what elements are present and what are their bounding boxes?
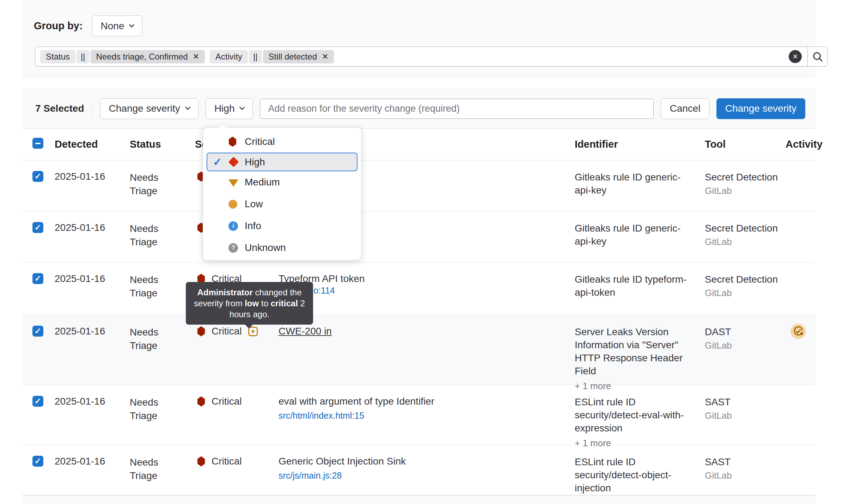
token-name[interactable]: Activity [210, 50, 248, 63]
vulnerability-title[interactable]: eval with argument of type Identifier [279, 396, 575, 407]
severity-cell: Critical [195, 445, 279, 467]
severity-option-low[interactable]: Low [203, 193, 361, 215]
status-label: Needs Triage [130, 160, 176, 198]
description-cell: CWE-200 in [279, 315, 575, 337]
cancel-label: Cancel [670, 103, 700, 114]
severity-label: Critical [212, 456, 242, 467]
tool-vendor: GitLab [705, 339, 786, 351]
option-label: Low [245, 198, 263, 210]
severity-option-high[interactable]: ✓ High [207, 153, 358, 171]
tool-label: SAST [705, 456, 786, 469]
identifier-label: Server Leaks Version Information via "Se… [575, 326, 683, 376]
filter-token-status: Status || Needs triage, Confirmed ✕ [40, 50, 205, 63]
tooltip-old-severity: low [245, 299, 259, 308]
severity-critical-icon [228, 137, 237, 147]
token-operator[interactable]: || [249, 50, 262, 63]
check-icon: ✓ [35, 223, 41, 232]
group-by-dropdown[interactable]: None [92, 16, 143, 36]
row-checkbox[interactable]: ✓ [32, 273, 43, 284]
severity-option-unknown[interactable]: ? Unknown [203, 237, 361, 259]
vulnerability-link[interactable]: CWE-200 in [279, 326, 332, 337]
cancel-button[interactable]: Cancel [661, 98, 709, 119]
group-by-value: None [101, 20, 124, 32]
col-detected[interactable]: Detected [55, 129, 130, 150]
col-identifier[interactable]: Identifier [575, 129, 705, 150]
status-label: Needs Triage [130, 385, 176, 423]
severity-critical-icon [197, 456, 205, 467]
divider [92, 102, 92, 115]
table-row[interactable]: ✓ 2025-01-16 Needs Triage Critical Typef… [23, 263, 816, 315]
token-value[interactable]: Needs triage, Confirmed ✕ [91, 50, 205, 63]
row-checkbox[interactable]: ✓ [32, 171, 43, 182]
check-icon: ✓ [35, 275, 41, 283]
table-row[interactable]: ✓ 2025-01-16 Needs Triage Critical eval … [23, 385, 816, 445]
severity-dropdown-menu: Critical ✓ High Medium Low i Info ? Unkn… [203, 127, 361, 260]
close-icon[interactable]: ✕ [322, 53, 328, 61]
row-checkbox[interactable]: ✓ [32, 222, 43, 233]
tool-vendor: GitLab [705, 185, 786, 197]
severity-option-info[interactable]: i Info [203, 215, 361, 237]
search-button[interactable] [807, 47, 828, 66]
detected-date: 2025-01-16 [55, 160, 130, 182]
col-activity[interactable]: Activity [786, 129, 816, 150]
option-label: Critical [245, 136, 275, 147]
vulnerability-title[interactable]: Typeform API token [279, 273, 575, 284]
tool-label: Secret Detection [705, 222, 786, 235]
severity-change-tooltip: Administrator changed the severity from … [186, 282, 313, 325]
check-icon: ✓ [35, 457, 41, 465]
detected-check-icon [793, 326, 804, 337]
detected-date: 2025-01-16 [55, 315, 130, 337]
severity-value-label: High [214, 103, 235, 114]
table-row[interactable]: ✓ 2025-01-16 Needs Triage Critical Gener… [23, 445, 816, 495]
row-checkbox[interactable]: ✓ [32, 456, 43, 467]
severity-label: Critical [212, 396, 242, 407]
vulnerability-title[interactable]: Generic Object Injection Sink [279, 456, 575, 467]
vulnerability-table: ✓ 2025-01-16 Needs Triage Critical Gitle… [23, 160, 816, 495]
select-all-checkbox[interactable] [32, 138, 43, 149]
filter-tokens: Status || Needs triage, Confirmed ✕ Acti… [40, 50, 789, 63]
status-label: Needs Triage [130, 315, 176, 352]
check-icon: ✓ [35, 397, 41, 405]
table-row[interactable]: ✓ 2025-01-16 Needs Triage Critical Gitle… [23, 211, 816, 263]
description-cell: Generic Object Injection Sink src/js/mai… [279, 445, 575, 481]
check-icon: ✓ [35, 327, 41, 335]
col-tool[interactable]: Tool [705, 129, 786, 150]
severity-option-medium[interactable]: Medium [203, 171, 361, 193]
identifier-label: Gitleaks rule ID typeform-api-token [575, 274, 686, 298]
identifier-cell: Gitleaks rule ID generic-api-key [575, 211, 705, 248]
close-icon[interactable]: ✕ [193, 53, 199, 61]
change-severity-submit-button[interactable]: Change severity [716, 98, 805, 119]
row-checkbox[interactable]: ✓ [32, 326, 43, 337]
description-cell: eval with argument of type Identifier sr… [279, 385, 575, 421]
location-link[interactable]: o:114 [313, 285, 335, 296]
severity-reason-input[interactable] [260, 99, 654, 119]
option-label: Medium [245, 177, 280, 188]
selection-action-bar: 7 Selected Change severity High Cancel C… [23, 89, 816, 129]
identifier-label: ESLint rule ID security/detect-eval-with… [575, 397, 684, 434]
activity-cell [786, 160, 816, 171]
token-operator[interactable]: || [77, 50, 89, 63]
col-status[interactable]: Status [130, 129, 195, 150]
severity-option-critical[interactable]: Critical [203, 131, 361, 153]
search-icon [812, 51, 823, 62]
severity-value-dropdown[interactable]: High [206, 98, 253, 119]
check-icon: ✓ [213, 156, 228, 168]
filtered-search-bar[interactable]: Status || Needs triage, Confirmed ✕ Acti… [35, 47, 828, 67]
filters-section: Group by: None Status || Needs triage, C… [23, 0, 816, 79]
clear-search-icon[interactable]: ✕ [789, 50, 802, 63]
location-link[interactable]: src/js/main.js:28 [279, 471, 342, 480]
still-detected-icon[interactable] [790, 324, 806, 339]
status-label: Needs Triage [130, 211, 176, 249]
token-name[interactable]: Status [40, 50, 75, 63]
change-severity-dropdown[interactable]: Change severity [100, 98, 199, 119]
table-row[interactable]: ✓ 2025-01-16 Needs Triage Critical CWE-2… [23, 315, 816, 385]
token-value[interactable]: Still detected ✕ [263, 50, 334, 63]
option-label: Info [245, 220, 261, 232]
table-row[interactable]: ✓ 2025-01-16 Needs Triage Critical Gitle… [23, 160, 816, 211]
check-icon: ✓ [35, 172, 41, 180]
location-link[interactable]: src/html/index.html:15 [279, 411, 364, 420]
identifier-cell: ESLint rule ID security/detect-eval-with… [575, 385, 705, 449]
detected-date: 2025-01-16 [55, 445, 130, 467]
severity-cell: Critical [195, 263, 279, 284]
row-checkbox[interactable]: ✓ [32, 396, 43, 407]
